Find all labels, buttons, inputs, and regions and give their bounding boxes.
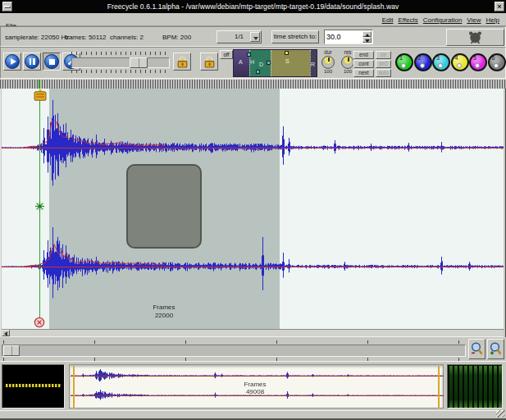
frames-readout: Frames 22000 [126, 304, 202, 320]
knob-dur-value: 100 [319, 69, 337, 75]
spectrum-meter-panel [447, 364, 503, 409]
frames-readout-value: 22000 [126, 312, 202, 320]
slice-group-button-5[interactable]: 5 [469, 53, 487, 71]
slice-group-indicator [475, 63, 480, 68]
pause-button[interactable] [23, 52, 41, 71]
envelope-editor[interactable]: AHDSR [233, 49, 317, 77]
slice-group-indicator [438, 63, 443, 68]
arrow-left-icon [4, 331, 7, 336]
time-stretch-input[interactable] [326, 31, 361, 43]
mode-button-str2: str2 [376, 60, 391, 68]
menu-view[interactable]: View [467, 16, 481, 24]
dropdown-arrow-icon [250, 32, 260, 42]
slice-group-indicator [457, 63, 462, 68]
envelope-handle[interactable] [247, 52, 251, 57]
zoom-in-button[interactable] [487, 339, 504, 359]
slice-group-button-4[interactable]: 4 [451, 53, 469, 71]
overview-frames-readout: Frames 49008 [214, 381, 296, 395]
menu-configuration[interactable]: Configuration [423, 16, 463, 24]
slice-group-button-2[interactable]: 2 [414, 53, 432, 71]
stop-icon [44, 54, 59, 69]
knob-res-dial[interactable] [341, 56, 354, 69]
mode-button-end[interactable]: end [353, 51, 374, 59]
envelope-label-r: R [311, 62, 315, 67]
slice-group-indicator [420, 63, 425, 68]
zoom-out-button[interactable] [468, 339, 485, 359]
slice-handle[interactable] [126, 164, 202, 249]
envelope-handle[interactable] [285, 51, 289, 55]
envelope-label-d: D [259, 62, 263, 67]
spin-up-button[interactable] [362, 31, 372, 37]
volume-slider-ticks-top [71, 52, 170, 55]
overview-start-marker[interactable] [73, 366, 75, 409]
knob-dur: dur100 [319, 49, 337, 75]
lock-right-button[interactable] [200, 52, 218, 71]
window-menu-icon[interactable] [2, 2, 12, 11]
slice-group-indicator [401, 63, 406, 68]
remove-cursor-icon [34, 317, 45, 328]
envelope-handle[interactable] [256, 70, 260, 74]
zoom-slider[interactable] [2, 345, 466, 357]
time-stretch-button[interactable]: time stretch to: [271, 30, 319, 43]
knob-dur-label: dur [319, 49, 337, 55]
window-menu-glyph [4, 6, 11, 8]
freecycle-window: Freecycle 0.6.1.1alpha - /var/www/debian… [0, 0, 506, 420]
menu-effects[interactable]: Effects [398, 16, 417, 24]
timeline-ruler[interactable] [0, 79, 506, 89]
envelope-handle[interactable] [267, 61, 271, 65]
slice-led-dashes [6, 384, 62, 387]
waveform-display[interactable]: Frames 22000 [2, 89, 504, 329]
overview-frames-label: Frames [214, 381, 296, 388]
waveform-canvas [2, 89, 504, 329]
slice-group-number: 5 [473, 55, 476, 61]
overview-waveform[interactable]: Frames 49008 [69, 364, 444, 409]
slice-group-button-3[interactable]: 3 [432, 53, 450, 71]
volume-slider-handle[interactable] [130, 57, 148, 68]
zoom-slider-handle[interactable] [3, 345, 20, 356]
play-button[interactable] [3, 52, 21, 71]
zoom-slider-row [0, 337, 506, 361]
volume-slider[interactable] [71, 57, 170, 68]
window-title: Freecycle 0.6.1.1alpha - /var/www/debian… [0, 2, 506, 11]
mode-button-auto: auto [376, 69, 391, 77]
envelope-label-h: H [250, 59, 254, 65]
asterisk-marker-icon [34, 201, 45, 212]
fraction-dropdown[interactable]: 1/1 [217, 30, 262, 43]
cursor-delete-marker[interactable] [34, 317, 45, 329]
mode-button-cont[interactable]: cont [353, 60, 374, 68]
cursor-mid-marker[interactable] [34, 200, 45, 215]
spectrum-meter-bars [449, 366, 502, 409]
metronome-button[interactable] [446, 29, 504, 46]
slice-led-panel [2, 364, 65, 409]
slice-group-button-6[interactable]: 6 [488, 53, 506, 71]
resize-grip[interactable] [496, 410, 505, 418]
slice-group-button-1[interactable]: 1 [395, 53, 413, 71]
slice-group-number: 3 [436, 55, 440, 61]
samplerate-label: samplerate: 22050 Hz [5, 34, 69, 41]
cursor-grip-icon [34, 89, 47, 103]
close-button[interactable]: × [495, 2, 504, 11]
title-bar[interactable]: Freecycle 0.6.1.1alpha - /var/www/debian… [0, 0, 506, 13]
alarm-clock-icon [467, 30, 483, 44]
envelope-off-button[interactable]: off [220, 50, 233, 59]
menu-bar: File EditEffectsConfigurationViewHelp [0, 13, 506, 26]
menu-edit[interactable]: Edit [382, 16, 394, 24]
magnifier-plus-icon [489, 341, 503, 357]
overview-end-marker[interactable] [438, 366, 440, 409]
zoom-ticks-top [3, 340, 463, 344]
scroll-left-button[interactable] [2, 330, 10, 336]
horizontal-scrollbar[interactable] [2, 329, 504, 337]
menu-help[interactable]: Help [486, 16, 499, 24]
play-icon [5, 54, 20, 69]
time-stretch-spinbox [324, 30, 373, 44]
slice-group-number: 1 [399, 55, 403, 61]
stop-button[interactable] [43, 52, 61, 71]
lock-left-button[interactable] [173, 52, 191, 71]
spin-down-button[interactable] [362, 37, 372, 43]
mode-button-str: str [376, 51, 391, 59]
mode-button-next[interactable]: next [353, 69, 374, 77]
slice-group-number: 4 [455, 55, 458, 61]
fraction-value: 1/1 [235, 33, 244, 40]
knob-dur-dial[interactable] [321, 56, 335, 69]
cursor-handle[interactable] [34, 89, 47, 106]
